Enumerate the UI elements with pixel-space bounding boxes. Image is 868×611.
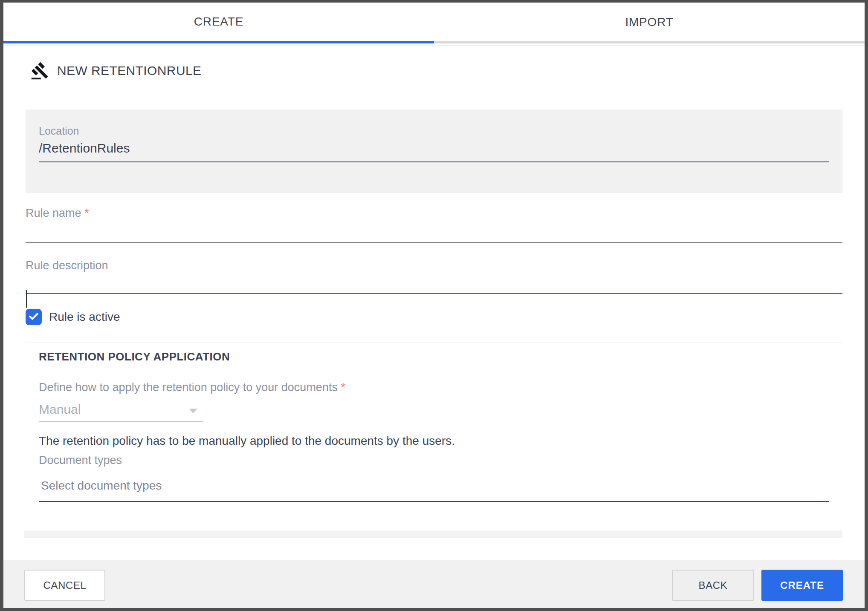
- back-button[interactable]: BACK: [672, 570, 754, 601]
- rule-name-label: Rule name *: [26, 206, 842, 220]
- apply-mode-select[interactable]: Manual: [39, 400, 203, 422]
- location-field-panel: Location: [26, 110, 842, 193]
- cancel-button[interactable]: CANCEL: [24, 570, 105, 601]
- tab-bar: CREATE IMPORT: [3, 3, 865, 43]
- gavel-icon: [31, 61, 49, 80]
- document-types-input[interactable]: [39, 479, 829, 502]
- rule-name-input[interactable]: [26, 220, 842, 243]
- apply-mode-value: Manual: [39, 402, 81, 416]
- create-button[interactable]: CREATE: [761, 570, 843, 601]
- location-input[interactable]: [39, 141, 829, 162]
- retention-policy-section-title: RETENTION POLICY APPLICATION: [39, 350, 230, 363]
- new-retention-rule-dialog: CREATE IMPORT NEW RETENTIONRULE Location…: [3, 3, 865, 608]
- rule-active-label: Rule is active: [49, 310, 120, 324]
- rule-active-checkbox[interactable]: [26, 309, 42, 325]
- rule-active-row: Rule is active: [26, 309, 120, 325]
- page-title: NEW RETENTIONRULE: [57, 63, 202, 78]
- required-asterisk: *: [84, 207, 89, 219]
- apply-mode-field: Define how to apply the retention policy…: [39, 380, 345, 422]
- rule-name-field: Rule name *: [26, 206, 842, 243]
- tab-create[interactable]: CREATE: [3, 3, 434, 43]
- dialog-footer: CANCEL BACK CREATE: [3, 560, 865, 608]
- section-divider: [26, 342, 842, 343]
- text-cursor: [26, 290, 27, 308]
- tab-bar-shadow: [3, 45, 865, 46]
- content-end-band: [24, 530, 842, 538]
- tab-import[interactable]: IMPORT: [434, 3, 865, 43]
- apply-mode-label: Define how to apply the retention policy…: [39, 380, 345, 395]
- checkmark-icon: [27, 310, 40, 324]
- chevron-down-icon: [189, 409, 197, 413]
- rule-description-field: Rule description: [26, 258, 842, 294]
- document-types-label: Document types: [39, 453, 122, 467]
- location-label: Location: [39, 124, 829, 138]
- dialog-header: NEW RETENTIONRULE: [31, 61, 202, 81]
- rule-description-label: Rule description: [26, 258, 842, 273]
- required-asterisk: *: [341, 381, 345, 394]
- document-types-field: [39, 479, 829, 502]
- apply-mode-help-text: The retention policy has to be manually …: [39, 434, 455, 448]
- rule-description-input[interactable]: [26, 273, 842, 294]
